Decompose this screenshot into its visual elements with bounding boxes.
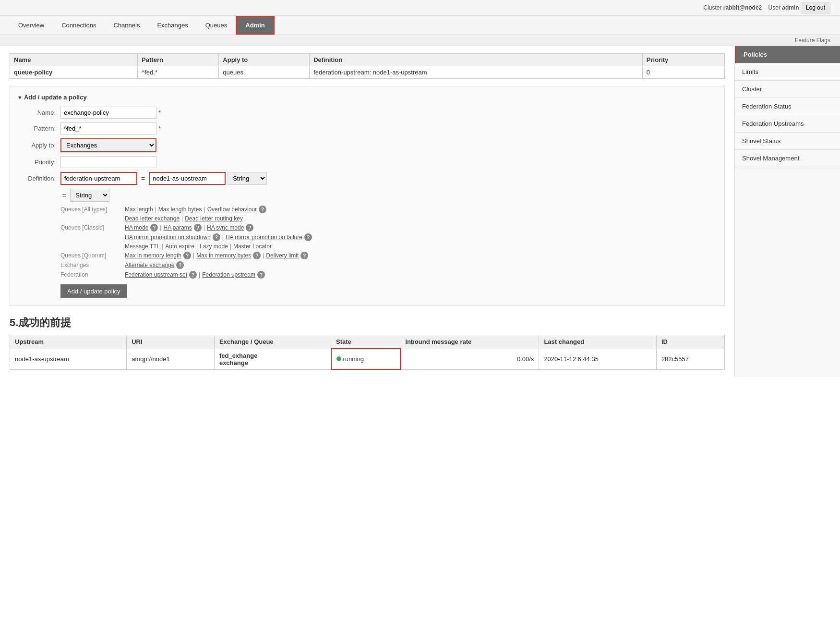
fed-col-last-changed: Last changed (539, 335, 657, 349)
hint-federation-label: Federation (60, 271, 123, 278)
right-sidebar: Policies Limits Cluster Federation Statu… (734, 46, 840, 377)
row-apply-to: queues (219, 66, 310, 79)
priority-input[interactable] (60, 156, 156, 168)
hint-ha-sync-mode[interactable]: HA sync mode (207, 224, 244, 231)
fed-row-uri: amqp://node1 (127, 349, 215, 369)
max-in-memory-length-help-icon[interactable]: ? (183, 252, 191, 259)
definition-row: Definition: = String Number Boolean (17, 172, 717, 185)
fed-col-uri: URI (127, 335, 215, 349)
ha-mirror-failure-help-icon[interactable]: ? (304, 233, 312, 241)
hint-overflow-behaviour[interactable]: Overflow behaviour (207, 206, 257, 213)
overflow-help-icon[interactable]: ? (259, 206, 266, 213)
pattern-input[interactable] (60, 122, 156, 134)
priority-label: Priority: (17, 158, 60, 166)
hint-federation-row: Federation Federation upstream set ? | F… (60, 271, 717, 279)
hint-alternate-exchange[interactable]: Alternate exchange (125, 262, 174, 268)
name-input[interactable] (60, 107, 156, 119)
left-content: Name Pattern Apply to Definition Priorit… (0, 46, 734, 377)
hint-queues-all-row1: Queues [All types] Max length | Max leng… (60, 206, 717, 213)
sidebar-item-shovel-status[interactable]: Shovel Status (735, 133, 840, 150)
hint-queues-quorum-label: Queues [Quorum] (60, 252, 123, 259)
logout-button[interactable]: Log out (801, 2, 830, 13)
hint-max-length-bytes[interactable]: Max length bytes (158, 206, 202, 213)
nav-item-channels[interactable]: Channels (105, 17, 148, 34)
col-apply-to: Apply to (219, 54, 310, 66)
hint-message-ttl[interactable]: Message TTL (125, 243, 160, 250)
hint-max-in-memory-length[interactable]: Max in memory length (125, 252, 181, 259)
add-update-policy-button[interactable]: Add / update policy (60, 284, 127, 298)
hint-auto-expire[interactable]: Auto expire (165, 243, 194, 250)
hint-federation-upstream[interactable]: Federation upstream (202, 271, 255, 278)
hint-lazy-mode[interactable]: Lazy mode (200, 243, 228, 250)
fed-row-last-changed: 2020-11-12 6:44:35 (539, 349, 657, 369)
col-priority: Priority (642, 54, 724, 66)
pattern-label: Pattern: (17, 125, 60, 132)
name-row: Name: * (17, 107, 717, 119)
sidebar-item-federation-upstreams[interactable]: Federation Upstreams (735, 115, 840, 133)
cluster-bar: Cluster rabbit@node2 User admin Log out (0, 0, 840, 16)
sidebar-item-cluster[interactable]: Cluster (735, 81, 840, 98)
nav-item-exchanges[interactable]: Exchanges (148, 17, 196, 34)
definition-inputs-2: = String Number Boolean (60, 189, 109, 202)
alternate-exchange-help-icon[interactable]: ? (176, 261, 184, 269)
max-in-memory-bytes-help-icon[interactable]: ? (253, 252, 261, 259)
fed-col-id: ID (656, 335, 724, 349)
federation-upstream-help-icon[interactable]: ? (257, 271, 265, 279)
hint-queues-classic-label: Queues [Classic] (60, 224, 123, 231)
apply-to-select[interactable]: Exchanges Queues All (60, 138, 156, 152)
ha-params-help-icon[interactable]: ? (194, 224, 202, 231)
def-key-input[interactable] (60, 172, 137, 185)
row-name: queue-policy (10, 66, 138, 79)
hint-max-in-memory-bytes[interactable]: Max in memory bytes (196, 252, 251, 259)
sidebar-item-federation-status[interactable]: Federation Status (735, 98, 840, 115)
hint-queues-classic-row3: Message TTL | Auto expire | Lazy mode | … (60, 243, 717, 250)
hint-dead-letter-exchange[interactable]: Dead letter exchange (125, 215, 180, 222)
hint-federation-upstream-set[interactable]: Federation upstream set (125, 271, 187, 278)
sidebar-item-policies[interactable]: Policies (735, 46, 840, 63)
pattern-row: Pattern: * (17, 122, 717, 134)
ha-mode-help-icon[interactable]: ? (150, 224, 158, 231)
row-priority: 0 (642, 66, 724, 79)
ha-mirror-shutdown-help-icon[interactable]: ? (213, 233, 220, 241)
feature-flags-bar: Feature Flags (0, 35, 840, 46)
nav-bar: Overview Connections Channels Exchanges … (0, 16, 840, 35)
nav-item-connections[interactable]: Connections (53, 17, 105, 34)
def-eq-sign: = (139, 175, 147, 183)
hint-master-locator[interactable]: Master Locator (233, 243, 272, 250)
federation-upstream-set-help-icon[interactable]: ? (189, 271, 197, 279)
hint-queues-classic-row1: Queues [Classic] HA mode ? | HA params ?… (60, 224, 717, 231)
hint-ha-mirror-failure[interactable]: HA mirror promotion on failure (226, 234, 302, 241)
hint-ha-mirror-shutdown[interactable]: HA mirror promotion on shutdown (125, 234, 211, 241)
username: admin (782, 4, 799, 11)
user-label: User (768, 4, 780, 11)
nav-item-queues[interactable]: Queues (197, 17, 236, 34)
hint-ha-mode[interactable]: HA mode (125, 224, 148, 231)
fed-col-exchange-queue: Exchange / Queue (214, 335, 331, 349)
hint-exchanges-label: Exchanges (60, 262, 123, 268)
hint-dead-letter-routing-key[interactable]: Dead letter routing key (185, 215, 243, 222)
apply-to-label: Apply to: (17, 142, 60, 149)
def-type-select-1[interactable]: String Number Boolean (228, 172, 267, 185)
ha-sync-mode-help-icon[interactable]: ? (246, 224, 253, 231)
def-type-select-2[interactable]: String Number Boolean (70, 189, 109, 202)
hint-delivery-limit[interactable]: Delivery limit (266, 252, 299, 259)
fed-col-state: State (331, 335, 400, 349)
hint-max-length[interactable]: Max length (125, 206, 153, 213)
nav-item-overview[interactable]: Overview (10, 17, 53, 34)
cluster-label: Cluster (704, 4, 722, 11)
main-layout: Name Pattern Apply to Definition Priorit… (0, 46, 840, 377)
def-value-input[interactable] (149, 172, 226, 185)
section-title[interactable]: Add / update a policy (17, 94, 717, 101)
hint-ha-params[interactable]: HA params (163, 224, 192, 231)
apply-to-row: Apply to: Exchanges Queues All (17, 138, 717, 152)
delivery-limit-help-icon[interactable]: ? (300, 252, 308, 259)
col-name: Name (10, 54, 138, 66)
table-row: queue-policy ^fed.* queues federation-up… (10, 66, 725, 79)
state-text: running (343, 355, 364, 363)
cluster-name: rabbit@node2 (723, 4, 762, 11)
sidebar-item-shovel-management[interactable]: Shovel Management (735, 150, 840, 167)
fed-row-exchange-queue: fed_exhangeexchange (214, 349, 331, 369)
sidebar-item-limits[interactable]: Limits (735, 63, 840, 81)
nav-item-admin[interactable]: Admin (236, 16, 274, 35)
def-eq-sign-2: = (60, 192, 68, 199)
